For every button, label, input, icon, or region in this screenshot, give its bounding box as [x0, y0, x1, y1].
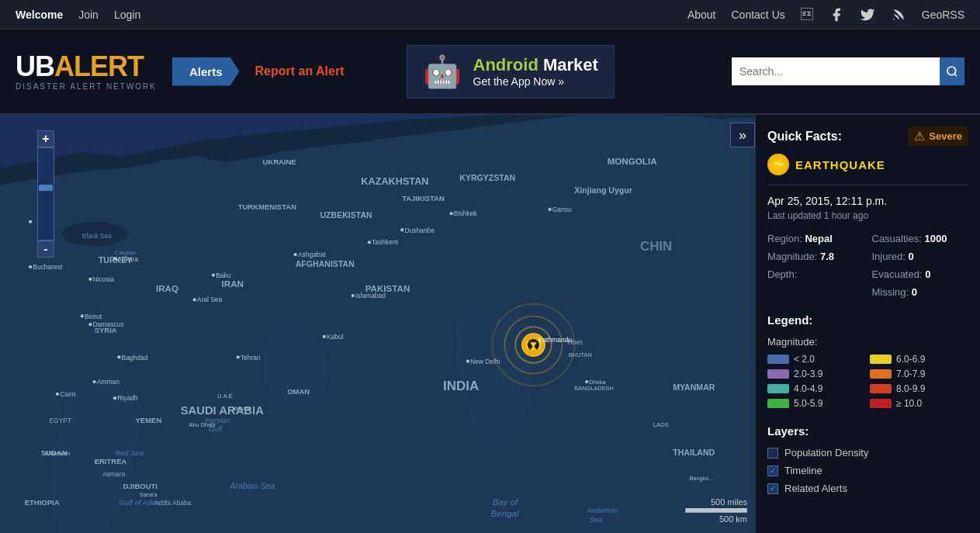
- last-updated-text: Last updated 1 hour ago: [767, 210, 968, 221]
- svg-point-57: [88, 323, 92, 326]
- zoom-slider[interactable]: [37, 147, 54, 241]
- depth-label: Depth:: [767, 268, 797, 280]
- missing-item-2: Missing: 0: [872, 286, 969, 298]
- right-panel: Quick Facts: ⚠ Severe 〜 EARTHQUAKE Apr 2…: [755, 115, 980, 533]
- logo[interactable]: UBALERT DISASTER ALERT NETWORK: [16, 53, 157, 91]
- evacuated-value: 0: [925, 268, 930, 280]
- svg-text:Tehran: Tehran: [241, 354, 261, 362]
- svg-text:TURKMENISTAN: TURKMENISTAN: [238, 202, 296, 211]
- region-item: Region: Nepal: [767, 233, 864, 244]
- georss-link[interactable]: GeoRSS: [922, 9, 964, 21]
- scale-line-mi: [685, 508, 747, 513]
- alerts-button[interactable]: Alerts: [172, 57, 240, 86]
- svg-point-67: [237, 355, 240, 358]
- svg-text:YEMEN: YEMEN: [136, 416, 162, 424]
- evacuated-item: Evacuated: 0: [872, 268, 969, 280]
- layer-item[interactable]: ✓Related Alerts: [767, 483, 968, 494]
- depth-item: Depth:: [767, 268, 864, 280]
- svg-point-65: [113, 396, 116, 400]
- join-link[interactable]: Join: [78, 9, 99, 21]
- magnitude-item: 7.0-7.9: [870, 369, 968, 379]
- report-alert-link[interactable]: Report an Alert: [255, 64, 345, 78]
- magnitude-color: [870, 384, 892, 393]
- quick-facts-title: Quick Facts:: [767, 130, 842, 144]
- svg-text:INDIA: INDIA: [443, 379, 479, 393]
- facebook-icon[interactable]: : [801, 8, 813, 22]
- android-market-text: Android Market: [473, 55, 598, 75]
- svg-text:EGYPT: EGYPT: [49, 417, 71, 424]
- svg-point-55: [81, 314, 84, 317]
- magnitude-range: 8.0-9.9: [896, 383, 925, 394]
- magnitude-range: 4.0-4.9: [794, 383, 822, 394]
- svg-text:Bishkek: Bishkek: [454, 209, 477, 217]
- svg-text:Abu Dhabi: Abu Dhabi: [189, 421, 216, 428]
- search-input[interactable]: [732, 65, 940, 78]
- rss-icon[interactable]: [891, 7, 906, 22]
- severity-text: Severe: [929, 130, 962, 142]
- severity-badge: ⚠ Severe: [908, 126, 968, 146]
- svg-text:OMAN: OMAN: [287, 387, 310, 396]
- search-area: [732, 57, 964, 85]
- zoom-out-button[interactable]: -: [37, 241, 54, 258]
- about-link[interactable]: About: [687, 9, 716, 21]
- layers-section: Layers: Population Density✓Timeline✓Rela…: [767, 424, 968, 494]
- magnitude-range: ≥ 10.0: [896, 398, 922, 409]
- svg-text:U.A.E.: U.A.E.: [217, 393, 234, 400]
- svg-text:Andaman: Andaman: [586, 506, 618, 514]
- layer-label: Timeline: [784, 465, 822, 476]
- svg-point-0: [893, 19, 895, 20]
- casualties-value: 1000: [924, 233, 947, 244]
- magnitude-range: 7.0-7.9: [896, 369, 925, 379]
- layer-item[interactable]: ✓Timeline: [767, 465, 968, 476]
- magnitude-color: [767, 355, 789, 364]
- svg-text:Riyadh: Riyadh: [117, 394, 138, 402]
- svg-text:Nicosia: Nicosia: [93, 275, 115, 283]
- casualties-item: Casualties: 1000: [872, 233, 969, 244]
- magnitude-item: Magnitude: 7.8: [767, 251, 864, 262]
- magnitude-grid: < 2.06.0-6.92.0-3.97.0-7.94.0-4.98.0-9.9…: [767, 354, 968, 409]
- svg-text:Ashgabat: Ashgabat: [298, 251, 326, 258]
- magnitude-color: [767, 399, 789, 408]
- get-app-text: Get the App Now »: [473, 75, 565, 88]
- map-area[interactable]: Black Sea Caspian TURKEY IRAQ IRAN SYRIA…: [0, 115, 755, 533]
- magnitude-item: 5.0-5.9: [767, 398, 866, 409]
- magnitude-item: 6.0-6.9: [870, 354, 968, 365]
- layer-label: Related Alerts: [784, 483, 847, 494]
- svg-text:Gansu: Gansu: [552, 206, 572, 213]
- layer-checkbox[interactable]: [767, 448, 778, 459]
- expand-button[interactable]: »: [730, 123, 755, 147]
- magnitude-label: Magnitude:: [767, 251, 817, 262]
- svg-text:DJIBOUTI: DJIBOUTI: [123, 482, 158, 490]
- svg-text:Xinjiang Uygur: Xinjiang Uygur: [574, 185, 632, 195]
- magnitude-value: 7.8: [820, 251, 834, 262]
- map-svg: Black Sea Caspian TURKEY IRAQ IRAN SYRIA…: [0, 115, 755, 533]
- svg-text:Black Sea: Black Sea: [82, 232, 112, 240]
- contact-us-link[interactable]: Contact Us: [732, 9, 785, 21]
- android-banner[interactable]: 🤖 Android Market Get the App Now »: [407, 45, 615, 99]
- svg-point-85: [193, 298, 196, 301]
- magnitude-color: [870, 369, 892, 379]
- layer-item[interactable]: Population Density: [767, 447, 968, 459]
- login-link[interactable]: Login: [114, 9, 140, 21]
- search-button[interactable]: [940, 57, 964, 85]
- svg-point-87: [212, 273, 215, 276]
- svg-text:Bengal: Bengal: [490, 508, 519, 518]
- severity-icon: ⚠: [914, 129, 925, 144]
- zoom-in-button[interactable]: +: [37, 130, 54, 147]
- layer-checkbox[interactable]: ✓: [767, 466, 778, 476]
- svg-point-63: [56, 393, 59, 396]
- svg-point-83: [294, 253, 297, 256]
- magnitude-range: 6.0-6.9: [896, 354, 925, 365]
- svg-text:Beirut: Beirut: [85, 313, 102, 320]
- svg-line-2: [954, 74, 957, 76]
- svg-text:Sana'a: Sana'a: [140, 491, 158, 498]
- android-banner-text: Android Market Get the App Now »: [473, 55, 598, 88]
- svg-text:UKRAINE: UKRAINE: [262, 157, 296, 166]
- facebook-icon[interactable]: [829, 7, 844, 22]
- scale-mi-text: 500 miles: [711, 497, 747, 507]
- svg-text:Kathmandu: Kathmandu: [538, 336, 573, 344]
- svg-text:Bangko...: Bangko...: [689, 475, 713, 482]
- layer-checkbox[interactable]: ✓: [767, 483, 778, 494]
- twitter-icon[interactable]: [860, 7, 875, 22]
- svg-point-61: [93, 380, 96, 383]
